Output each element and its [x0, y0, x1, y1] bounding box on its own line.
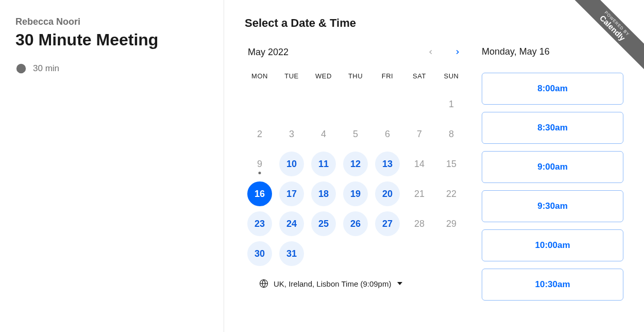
calendar-day-cell: 24 [277, 209, 307, 239]
calendar-day-cell: 23 [245, 209, 275, 239]
calendar-day-cell: 10 [277, 149, 307, 179]
calendar-day-cell: 25 [309, 209, 338, 239]
next-month-button[interactable] [452, 46, 463, 58]
calendar-week-row: 3031 [245, 239, 466, 269]
prev-month-button[interactable] [425, 46, 436, 58]
select-date-time-title: Select a Date & Time [245, 16, 623, 30]
weekday-label: THU [341, 72, 370, 89]
calendar-day-31[interactable]: 31 [279, 241, 304, 266]
calendar-day-cell [245, 89, 275, 119]
calendar-day-cell: 19 [341, 179, 370, 209]
chevron-right-icon [454, 48, 461, 56]
clock-icon [15, 63, 27, 74]
calendar-day-cell [404, 89, 434, 119]
calendar-day-27[interactable]: 27 [375, 211, 400, 236]
calendar-day-cell: 2 [245, 119, 275, 149]
timeslot-button[interactable]: 8:30am [482, 112, 623, 144]
calendar-day-cell: 14 [404, 149, 434, 179]
calendar-day-cell: 31 [277, 239, 307, 269]
calendar-day-8: 8 [439, 122, 464, 146]
calendar-day-3: 3 [279, 122, 304, 146]
calendar-week-row: 23242526272829 [245, 209, 466, 239]
calendar-week-row: 9101112131415 [245, 149, 466, 179]
timezone-label: UK, Ireland, Lisbon Time (9:09pm) [274, 279, 391, 288]
calendar-day-cell: 4 [309, 119, 338, 149]
weekday-label: SAT [404, 72, 434, 89]
calendar-day-22: 22 [439, 181, 464, 206]
calendar-day-cell: 8 [436, 119, 466, 149]
calendar-day-cell [436, 239, 466, 269]
calendar-day-cell: 9 [245, 149, 275, 179]
calendar-day-12[interactable]: 12 [343, 152, 368, 176]
calendar-day-cell: 13 [372, 149, 402, 179]
calendar-day-cell [341, 89, 370, 119]
globe-icon [259, 279, 268, 288]
calendar-day-19[interactable]: 19 [343, 181, 368, 206]
calendar-day-cell: 12 [341, 149, 370, 179]
duration-label: 30 min [33, 63, 59, 74]
timeslot-button[interactable]: 8:00am [482, 73, 623, 105]
scheduler-panel: Select a Date & Time May 2022 MONTUEWEDT… [224, 0, 644, 332]
calendar-day-cell: 27 [372, 209, 402, 239]
calendar-day-21: 21 [407, 181, 432, 206]
weekday-label: WED [309, 72, 338, 89]
today-indicator-dot [259, 172, 261, 174]
calendar-week-row: 16171819202122 [245, 179, 466, 209]
weekday-label: TUE [277, 72, 307, 89]
calendar-day-cell: 22 [436, 179, 466, 209]
calendar-week-row: 1 [245, 89, 466, 119]
calendar-day-cell: 20 [372, 179, 402, 209]
calendar-day-13[interactable]: 13 [375, 152, 400, 176]
calendar-day-30[interactable]: 30 [247, 241, 272, 266]
calendar-week-row: 2345678 [245, 119, 466, 149]
calendar-day-16[interactable]: 16 [247, 181, 272, 206]
calendar-day-cell: 18 [309, 179, 338, 209]
timeslot-button[interactable]: 10:00am [482, 229, 623, 261]
calendar-day-10[interactable]: 10 [279, 152, 304, 176]
timeslot-button[interactable]: 10:30am [482, 269, 623, 301]
calendar-day-cell: 11 [309, 149, 338, 179]
calendar-day-20[interactable]: 20 [375, 181, 400, 206]
calendar-day-7: 7 [407, 122, 432, 146]
selected-date-label: Monday, May 16 [482, 46, 623, 57]
chevron-left-icon [427, 48, 434, 56]
calendar-day-17[interactable]: 17 [279, 181, 304, 206]
weekday-label: FRI [372, 72, 402, 89]
timeslot-button[interactable]: 9:00am [482, 151, 623, 183]
calendar-day-9: 9 [247, 152, 272, 176]
event-details-panel: Rebecca Noori 30 Minute Meeting 30 min [0, 0, 224, 332]
calendar-day-cell: 21 [404, 179, 434, 209]
calendar-day-cell: 29 [436, 209, 466, 239]
calendar-day-cell [372, 89, 402, 119]
calendar-day-cell: 15 [436, 149, 466, 179]
calendar-day-6: 6 [375, 122, 400, 146]
calendar-day-2: 2 [247, 122, 272, 146]
calendar-day-cell [372, 239, 402, 269]
calendar-day-18[interactable]: 18 [311, 181, 336, 206]
weekday-label: SUN [436, 72, 466, 89]
calendar-day-24[interactable]: 24 [279, 211, 304, 236]
calendar-day-cell: 5 [341, 119, 370, 149]
host-name: Rebecca Noori [15, 16, 208, 27]
calendar-day-15: 15 [439, 152, 464, 176]
calendar-day-5: 5 [343, 122, 368, 146]
meeting-title: 30 Minute Meeting [15, 30, 208, 49]
timezone-selector[interactable]: UK, Ireland, Lisbon Time (9:09pm) [245, 279, 466, 288]
weekday-header-row: MONTUEWEDTHUFRISATSUN [245, 72, 466, 89]
duration-row: 30 min [15, 63, 208, 74]
calendar-day-4: 4 [311, 122, 336, 146]
calendar-day-26[interactable]: 26 [343, 211, 368, 236]
calendar-column: May 2022 MONTUEWEDTHUFRISATSUN 123456789… [245, 46, 466, 327]
calendar-day-23[interactable]: 23 [247, 211, 272, 236]
calendar-day-25[interactable]: 25 [311, 211, 336, 236]
timeslots-column: Monday, May 16 8:00am8:30am9:00am9:30am1… [482, 46, 623, 327]
calendar-day-cell: 30 [245, 239, 275, 269]
calendar-day-cell: 28 [404, 209, 434, 239]
calendar-day-cell: 26 [341, 209, 370, 239]
calendar-day-11[interactable]: 11 [311, 152, 336, 176]
calendar-day-cell: 6 [372, 119, 402, 149]
calendar-day-28: 28 [407, 211, 432, 236]
calendar-grid: 1234567891011121314151617181920212223242… [245, 89, 466, 269]
timeslot-button[interactable]: 9:30am [482, 190, 623, 222]
calendar-day-cell: 17 [277, 179, 307, 209]
